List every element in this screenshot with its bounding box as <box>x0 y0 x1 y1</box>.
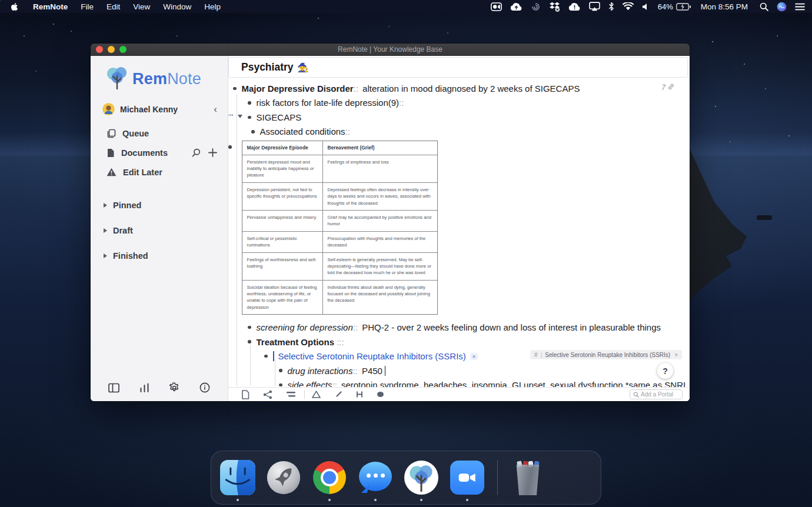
settings-icon[interactable] <box>169 382 179 393</box>
chevron-right-icon <box>104 254 107 258</box>
line-screening[interactable]: screening for depression:: PHQ-2 - over … <box>248 320 690 335</box>
dock-launchpad[interactable] <box>265 459 302 496</box>
sidebar-item-label: Edit Later <box>123 168 217 177</box>
sidebar-section-pinned[interactable]: Pinned <box>91 192 228 218</box>
dock <box>211 451 601 505</box>
menu-edit[interactable]: Edit <box>100 2 127 11</box>
collapse-sidebar-icon[interactable]: ‹ <box>211 104 219 114</box>
sidebar-section-draft[interactable]: Draft <box>91 218 228 243</box>
bullet-icon[interactable] <box>251 130 255 134</box>
list-icon[interactable] <box>795 3 805 11</box>
card-icon[interactable] <box>241 390 249 399</box>
search-icon[interactable] <box>192 148 201 157</box>
spiral-icon[interactable] <box>531 2 541 12</box>
dock-messages[interactable] <box>357 459 394 496</box>
tag-badge[interactable]: #|Selective Serotonin Reuptake Inhibitor… <box>530 350 682 359</box>
bullet-icon[interactable] <box>248 340 251 343</box>
dock-google-chrome[interactable] <box>311 459 348 496</box>
window-titlebar[interactable]: RemNote | Your Knowledge Base <box>91 44 690 56</box>
spotlight-icon[interactable] <box>760 2 768 11</box>
sidebar-section-finished[interactable]: Finished <box>91 243 228 268</box>
outline-editor[interactable]: Major Depressive Disorder:: alteration i… <box>228 78 690 387</box>
rem-separator: :: <box>352 366 357 376</box>
bullet-icon[interactable] <box>228 145 232 149</box>
drag-handle-icon[interactable]: ••• <box>228 112 234 118</box>
line-comparison-table[interactable]: Major Depressive EpisodeBereavement (Gri… <box>228 141 690 315</box>
bullet-icon[interactable] <box>279 383 282 387</box>
sidebar-item-actions <box>192 148 217 157</box>
comparison-table[interactable]: Major Depressive EpisodeBereavement (Gri… <box>242 141 438 315</box>
volume-icon[interactable] <box>642 3 650 11</box>
menubar-clock[interactable]: Mon 8:56 PM <box>700 2 749 11</box>
dock-remnote[interactable] <box>403 459 440 496</box>
bullet-icon[interactable] <box>279 369 282 372</box>
add-portal-box[interactable] <box>630 389 683 399</box>
info-icon[interactable] <box>199 382 210 393</box>
sidebar-item-edit-later[interactable]: Edit Later <box>91 162 228 182</box>
remove-reference-icon[interactable]: × <box>470 353 478 360</box>
bullet-icon[interactable] <box>233 87 237 91</box>
document-title-card[interactable]: Psychiatry 🧙 <box>228 57 688 78</box>
menu-view[interactable]: View <box>127 2 157 11</box>
bullet-icon[interactable] <box>248 116 251 119</box>
help-button[interactable]: ? <box>657 363 673 379</box>
cloud-upload-icon[interactable] <box>510 2 523 11</box>
line-ssri[interactable]: Selective Serotonin Reuptake Inhibitors … <box>264 349 690 363</box>
running-indicator <box>466 499 468 501</box>
cloud-alert-icon[interactable] <box>568 2 581 11</box>
document-title[interactable]: Psychiatry <box>241 61 294 74</box>
line-treatment-options[interactable]: Treatment Options ::: <box>248 335 690 349</box>
menu-help[interactable]: Help <box>198 2 227 11</box>
stats-icon[interactable] <box>139 383 149 393</box>
add-portal-input[interactable] <box>641 391 679 398</box>
battery-charging-icon[interactable] <box>676 3 691 11</box>
menubar-app-name[interactable]: RemNote <box>26 2 74 11</box>
dock-zoom[interactable] <box>449 459 485 496</box>
airplay-icon[interactable] <box>589 2 600 11</box>
rem-text: SIGECAPS <box>257 112 302 122</box>
line-sigecaps[interactable]: •••SIGECAPS <box>248 110 690 125</box>
rem-text: alteration in mood diagnosed by 2 weeks … <box>360 84 580 94</box>
collapse-arrow-icon[interactable] <box>238 115 242 118</box>
bullet-icon[interactable] <box>248 101 251 105</box>
reference-number: 7 <box>661 84 665 92</box>
apple-menu-icon[interactable] <box>6 2 26 11</box>
rem-separator: :: <box>399 98 404 108</box>
panel-icon[interactable] <box>108 383 119 393</box>
siri-icon[interactable] <box>777 2 787 12</box>
rem-separator: :: <box>332 380 337 387</box>
menu-file[interactable]: File <box>74 2 100 11</box>
screen-record-icon[interactable] <box>491 2 502 11</box>
dock-finder[interactable] <box>219 459 256 496</box>
bullet-icon[interactable] <box>264 355 268 358</box>
dropbox-sync-icon[interactable] <box>549 2 560 12</box>
remove-tag-icon[interactable]: × <box>674 352 678 358</box>
heading-icon[interactable] <box>356 391 363 398</box>
line-associated-conditions[interactable]: Associated conditions:: <box>251 125 690 139</box>
bullet-icon[interactable] <box>248 326 251 329</box>
triangle-icon[interactable] <box>312 391 321 398</box>
share-icon[interactable] <box>263 390 272 399</box>
line-major-depressive-disorder[interactable]: Major Depressive Disorder:: alteration i… <box>233 81 690 96</box>
sidebar-item-documents[interactable]: Documents <box>91 143 228 162</box>
line-risk-factors[interactable]: risk factors for late-life depression(9)… <box>248 96 690 111</box>
wifi-icon[interactable] <box>623 2 634 11</box>
line-drug-interactions[interactable]: drug interactions:: P450 <box>279 363 690 378</box>
rem-separator: :: <box>353 322 358 332</box>
rem-term: Treatment Options <box>257 337 335 347</box>
plus-icon[interactable] <box>208 148 217 157</box>
menu-window[interactable]: Window <box>157 2 198 11</box>
line-side-effects[interactable]: side effects:: serotonin syndrome, heada… <box>279 378 690 387</box>
remnote-logo[interactable]: RemNote <box>91 56 228 98</box>
sidebar-item-queue[interactable]: Queue <box>91 124 228 143</box>
oval-icon[interactable] <box>377 391 384 398</box>
desktop: RemNote FileEditViewWindowHelp 64% Mon 8… <box>0 0 812 507</box>
dock-trash[interactable] <box>510 459 546 496</box>
lines-icon[interactable] <box>286 391 296 398</box>
rem-reference-link[interactable]: Selective Serotonin Reuptake Inhibitors … <box>273 351 466 361</box>
rem-text: PHQ-2 - over 2 weeks feeling down and lo… <box>360 322 661 332</box>
reference-count[interactable]: 7 <box>661 84 674 92</box>
brush-icon[interactable] <box>334 391 342 399</box>
user-row[interactable]: Michael Kenny ‹ <box>91 98 228 120</box>
bluetooth-icon[interactable] <box>608 2 614 11</box>
